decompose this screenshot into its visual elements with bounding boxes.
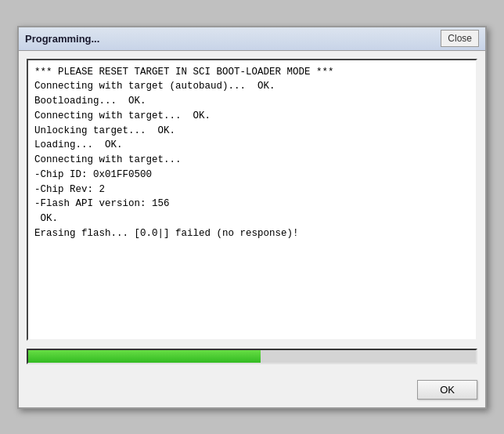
- window-title: Programming...: [25, 33, 99, 45]
- dialog-content: *** PLEASE RESET TARGET IN SCI BOOT-LOAD…: [19, 51, 485, 372]
- log-area[interactable]: *** PLEASE RESET TARGET IN SCI BOOT-LOAD…: [27, 59, 477, 341]
- title-bar: Programming... Close: [19, 27, 485, 51]
- log-line: Loading... OK.: [34, 138, 470, 153]
- button-row: OK: [19, 372, 485, 407]
- log-line: -Chip ID: 0x01FF0500: [34, 168, 470, 183]
- log-line: Connecting with target... OK.: [34, 109, 470, 124]
- close-button[interactable]: Close: [441, 30, 479, 47]
- ok-button[interactable]: OK: [417, 380, 477, 400]
- log-line: Connecting with target...: [34, 153, 470, 168]
- progress-bar-background: [27, 349, 477, 364]
- log-line: -Flash API version: 156: [34, 197, 470, 212]
- log-line: Unlocking target... OK.: [34, 124, 470, 139]
- log-line: Bootloading... OK.: [34, 94, 470, 109]
- log-line: *** PLEASE RESET TARGET IN SCI BOOT-LOAD…: [34, 65, 470, 80]
- progress-bar-fill: [28, 350, 261, 363]
- log-line: -Chip Rev: 2: [34, 183, 470, 197]
- log-line: OK.: [34, 212, 470, 226]
- programming-dialog: Programming... Close *** PLEASE RESET TA…: [17, 26, 487, 409]
- log-line: Connecting with target (autobaud)... OK.: [34, 79, 470, 94]
- progress-container: [27, 349, 477, 364]
- log-line: Erasing flash... [0.0|] failed (no respo…: [34, 226, 470, 241]
